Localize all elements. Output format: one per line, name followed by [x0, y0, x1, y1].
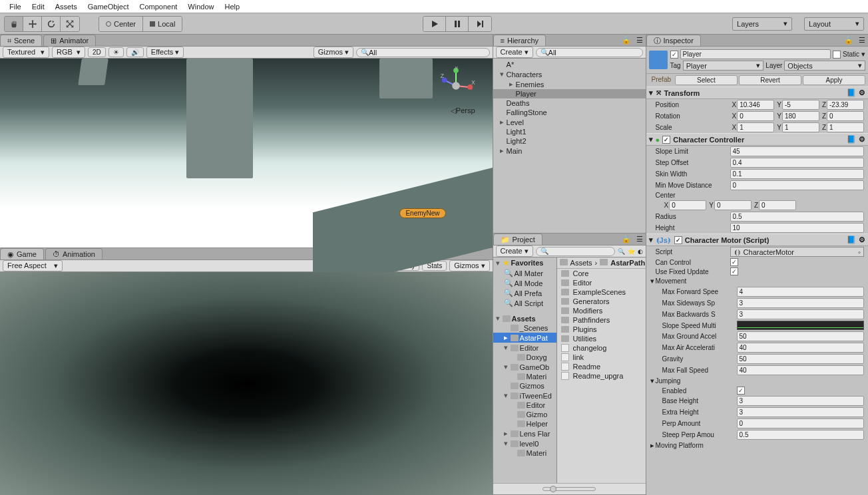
active-checkbox[interactable]: ✓ — [670, 51, 678, 59]
can-control[interactable]: ✓ — [730, 258, 738, 266]
charmotor-component[interactable]: ▾⟬Js⟭✓Character Motor (Script)📘⚙ — [646, 234, 868, 246]
project-folder[interactable]: ▾Editor — [493, 343, 556, 353]
project-folder[interactable]: Doxyg — [493, 353, 556, 362]
pos-x[interactable] — [737, 100, 774, 110]
hierarchy-item[interactable]: ▸Main — [493, 146, 646, 156]
project-folder[interactable]: ▾GameOb — [493, 362, 556, 372]
project-folder[interactable]: ▾level0 — [493, 438, 556, 448]
favorites-header[interactable]: ▾★Favorites — [493, 257, 556, 268]
step-offset[interactable] — [730, 158, 864, 168]
render-mode[interactable]: RGB▾ — [52, 47, 85, 58]
toggle-light[interactable]: ☀ — [108, 47, 124, 57]
max-fall[interactable] — [737, 365, 864, 375]
tab-animator[interactable]: ⊞Animator — [43, 35, 96, 46]
layers-dropdown[interactable]: Layers▾ — [732, 17, 792, 31]
help-icon[interactable]: 📘 — [847, 135, 856, 144]
pos-z[interactable] — [827, 100, 864, 110]
project-breadcrumb[interactable]: Assets›AstarPath — [557, 257, 646, 269]
max-air-accel[interactable] — [737, 343, 864, 353]
max-forward[interactable] — [737, 287, 864, 297]
tab-hierarchy[interactable]: ≡Hierarchy — [493, 35, 546, 46]
tag-dropdown[interactable]: Player▾ — [683, 61, 764, 71]
help-icon[interactable]: 📘 — [847, 88, 856, 97]
project-folder[interactable]: _Scenes — [493, 323, 556, 333]
layer-dropdown[interactable]: Objects▾ — [784, 61, 865, 71]
menu-assets[interactable]: Assets — [50, 1, 83, 12]
scene-viewport[interactable]: yxz ◁Persp EnemyNew — [0, 59, 493, 248]
hierarchy-item[interactable]: ▾Characters — [493, 69, 646, 79]
project-tree[interactable]: ▾★Favorites🔍All Mater🔍All Mode🔍All Prefa… — [493, 257, 557, 483]
script-field[interactable]: ⟬⟭ CharacterMotor◦ — [730, 247, 864, 257]
max-ground-accel[interactable] — [737, 331, 864, 341]
project-item[interactable]: Plugins — [557, 325, 646, 334]
scl-x[interactable] — [737, 122, 774, 132]
static-checkbox[interactable] — [833, 51, 841, 59]
project-folder[interactable]: Materi — [493, 448, 556, 458]
project-folder[interactable]: Editor — [493, 401, 556, 410]
gear-icon[interactable]: ⚙ — [859, 135, 865, 144]
project-item[interactable]: link — [557, 353, 646, 362]
menu-window[interactable]: Window — [182, 1, 219, 12]
scl-z[interactable] — [827, 122, 864, 132]
shading-mode[interactable]: Textured▾ — [3, 47, 49, 58]
scl-y[interactable] — [782, 122, 819, 132]
panel-lock-icon[interactable]: 🔒 — [619, 35, 634, 46]
transform-component[interactable]: ▾⤧Transform📘⚙ — [646, 86, 868, 99]
scale-tool[interactable] — [61, 17, 79, 31]
scene-gizmo[interactable]: yxz — [437, 67, 475, 105]
effects-dropdown[interactable]: Effects▾ — [146, 47, 184, 58]
base-height[interactable] — [737, 396, 864, 406]
tab-animation[interactable]: ⏱Animation — [45, 248, 103, 259]
menu-edit[interactable]: Edit — [27, 1, 50, 12]
pos-y[interactable] — [782, 100, 819, 110]
rot-x[interactable] — [737, 111, 774, 121]
hierarchy-item[interactable]: A* — [493, 60, 646, 69]
hierarchy-item[interactable]: Light1 — [493, 127, 646, 136]
project-folder[interactable]: Gizmo — [493, 410, 556, 419]
center-z[interactable] — [759, 200, 796, 210]
scene-search[interactable]: 🔍All — [356, 48, 490, 57]
saved-search[interactable]: 🔍All Mode — [493, 278, 556, 288]
hierarchy-item[interactable]: Player — [493, 89, 646, 98]
play-button[interactable] — [423, 17, 446, 31]
tab-scene[interactable]: ⌗Scene — [0, 35, 42, 46]
tab-inspector[interactable]: ⓘInspector — [646, 35, 701, 46]
panel-lock-icon[interactable]: 🔒 — [619, 234, 634, 245]
enemy-label[interactable]: EnemyNew — [399, 208, 445, 218]
slope-curve[interactable] — [737, 321, 864, 330]
gear-icon[interactable]: ⚙ — [859, 88, 865, 97]
tab-game[interactable]: ◉Game — [0, 248, 44, 259]
max-sideways[interactable] — [737, 298, 864, 308]
project-search[interactable]: 🔍 — [536, 247, 615, 256]
move-tool[interactable] — [23, 17, 42, 31]
max-backwards[interactable] — [737, 309, 864, 319]
gear-icon[interactable]: ⚙ — [859, 236, 865, 244]
project-folder[interactable]: Helper — [493, 419, 556, 428]
project-item[interactable]: Modifiers — [557, 306, 646, 315]
steep-perp[interactable] — [737, 430, 864, 440]
height[interactable] — [730, 223, 864, 233]
gravity[interactable] — [737, 354, 864, 364]
pause-button[interactable] — [446, 17, 469, 31]
prefab-revert[interactable]: Revert — [739, 75, 801, 85]
project-create[interactable]: Create▾ — [496, 246, 533, 257]
help-icon[interactable]: 📘 — [847, 236, 856, 244]
project-item[interactable]: Core — [557, 269, 646, 278]
center-x[interactable] — [669, 200, 706, 210]
slope-limit[interactable] — [730, 146, 864, 156]
assets-root[interactable]: ▾Assets — [493, 313, 556, 323]
project-item[interactable]: ExampleScenes — [557, 287, 646, 297]
project-contents[interactable]: Assets›AstarPath CoreEditorExampleScenes… — [557, 257, 646, 483]
hierarchy-item[interactable]: ▸Level — [493, 117, 646, 127]
tab-project[interactable]: 📁Project — [493, 234, 542, 245]
extra-height[interactable] — [737, 407, 864, 417]
rotate-tool[interactable] — [42, 17, 61, 31]
prefab-select[interactable]: Select — [675, 75, 738, 85]
skin-width[interactable] — [730, 169, 864, 179]
charcontroller-component[interactable]: ▾●✓Character Controller📘⚙ — [646, 133, 868, 146]
min-move[interactable] — [730, 180, 864, 190]
hierarchy-search[interactable]: 🔍All — [536, 48, 643, 57]
layout-dropdown[interactable]: Layout▾ — [804, 17, 864, 31]
center-y[interactable] — [714, 200, 752, 210]
object-name-field[interactable] — [680, 49, 831, 59]
